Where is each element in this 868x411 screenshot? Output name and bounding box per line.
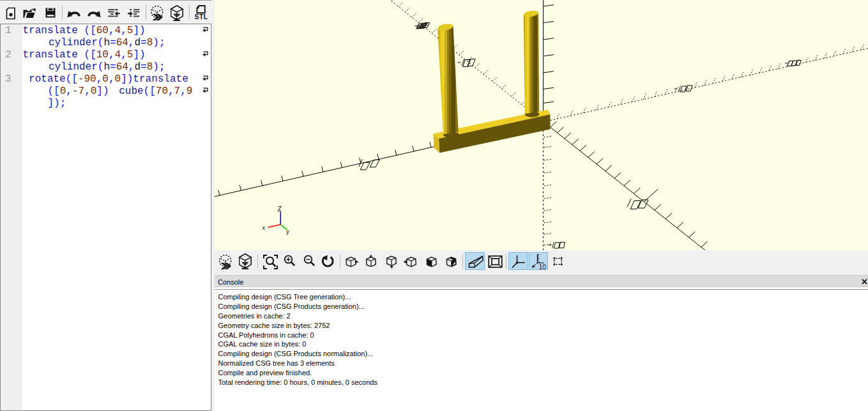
svg-text:STL: STL — [195, 12, 208, 19]
svg-text:x: x — [263, 225, 266, 231]
svg-text:y: y — [286, 228, 289, 235]
svg-text:Z: Z — [278, 206, 282, 213]
svg-text:10: 10 — [539, 262, 547, 270]
